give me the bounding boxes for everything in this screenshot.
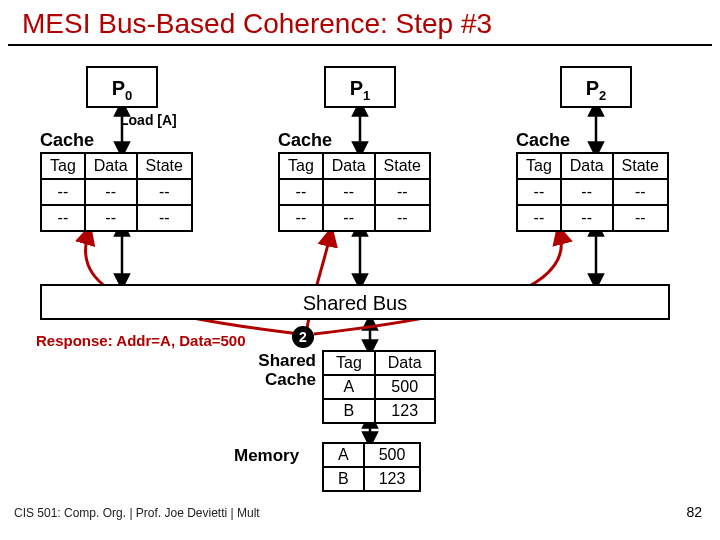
cache-th: Data [85, 153, 137, 179]
processor-label: P [112, 77, 125, 99]
cache-td: -- [613, 205, 668, 231]
cache-td: -- [561, 179, 613, 205]
cache-td: -- [137, 179, 192, 205]
cache-td: -- [561, 205, 613, 231]
mem-td: 500 [364, 443, 421, 467]
cache-td: -- [613, 179, 668, 205]
diagram-stage: P0 P1 P2 Load [A] Cache Cache Cache Tag … [0, 46, 720, 526]
processor-p2: P2 [560, 66, 632, 108]
shared-cache-label: Shared Cache [246, 352, 316, 389]
cache-td: -- [375, 179, 430, 205]
response-text: Response: Addr=A, Data=500 [36, 332, 246, 349]
cache-td: -- [85, 179, 137, 205]
footer-course: CIS 501: Comp. Org. | Prof. Joe Devietti… [14, 506, 260, 520]
step-badge: 2 [292, 326, 314, 348]
mem-td: B [323, 467, 364, 491]
slide-title: MESI Bus-Based Coherence: Step #3 [8, 0, 712, 46]
processor-p0: P0 [86, 66, 158, 108]
cache1-label: Cache [278, 130, 332, 151]
sc-td: 123 [375, 399, 435, 423]
cache-th: Data [561, 153, 613, 179]
cache-td: -- [517, 179, 561, 205]
cache-th: Tag [517, 153, 561, 179]
shared-bus: Shared Bus [40, 284, 670, 320]
processor-label: P [350, 77, 363, 99]
mem-td: A [323, 443, 364, 467]
slide-number: 82 [686, 504, 702, 520]
cache0-table: Tag Data State -- -- -- -- -- -- [40, 152, 193, 232]
mem-td: 123 [364, 467, 421, 491]
sc-td: A [323, 375, 375, 399]
cache-td: -- [41, 179, 85, 205]
cache-td: -- [137, 205, 192, 231]
sc-th: Tag [323, 351, 375, 375]
cache-td: -- [279, 179, 323, 205]
cache-th: State [137, 153, 192, 179]
processor-p1: P1 [324, 66, 396, 108]
cache-td: -- [323, 179, 375, 205]
cache-th: State [375, 153, 430, 179]
shared-cache-table: Tag Data A 500 B 123 [322, 350, 436, 424]
sc-td: B [323, 399, 375, 423]
cache-td: -- [517, 205, 561, 231]
cache-th: Tag [279, 153, 323, 179]
processor-sub: 2 [599, 88, 606, 103]
cache-td: -- [85, 205, 137, 231]
sc-th: Data [375, 351, 435, 375]
memory-label: Memory [234, 446, 299, 466]
processor-label: P [586, 77, 599, 99]
cache2-label: Cache [516, 130, 570, 151]
processor-sub: 0 [125, 88, 132, 103]
cache2-table: Tag Data State -- -- -- -- -- -- [516, 152, 669, 232]
load-annotation: Load [A] [120, 112, 177, 128]
memory-table: A 500 B 123 [322, 442, 421, 492]
cache-td: -- [323, 205, 375, 231]
cache-td: -- [41, 205, 85, 231]
cache-th: Data [323, 153, 375, 179]
cache-td: -- [279, 205, 323, 231]
cache-th: State [613, 153, 668, 179]
cache1-table: Tag Data State -- -- -- -- -- -- [278, 152, 431, 232]
processor-sub: 1 [363, 88, 370, 103]
cache-td: -- [375, 205, 430, 231]
cache0-label: Cache [40, 130, 94, 151]
sc-td: 500 [375, 375, 435, 399]
cache-th: Tag [41, 153, 85, 179]
